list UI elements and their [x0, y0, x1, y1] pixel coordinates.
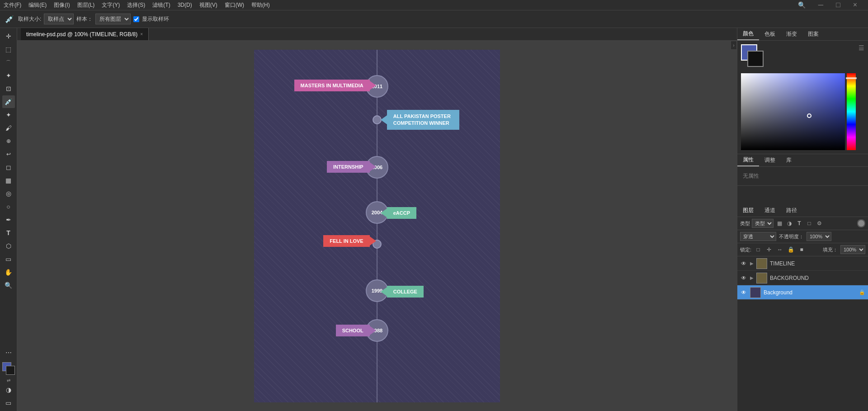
- menu-window[interactable]: 窗口(W): [225, 1, 244, 9]
- menu-image[interactable]: 图像(I): [54, 1, 70, 9]
- layer-timeline[interactable]: 👁 ▶ TIMELINE: [737, 256, 868, 271]
- lasso-tool[interactable]: ⌒: [2, 56, 15, 69]
- eyedropper-tool-icon[interactable]: 💉: [4, 13, 15, 25]
- hue-slider[interactable]: [847, 73, 856, 150]
- eyedropper-size-label: 取样大小:: [18, 15, 41, 23]
- layers-list: 👁 ▶ TIMELINE 👁 ▶ BACKGROUND 👁 Background…: [737, 256, 868, 411]
- text-tool[interactable]: T: [2, 227, 15, 239]
- quick-select-tool[interactable]: ✦: [2, 69, 15, 82]
- filter-icon-pixel[interactable]: ▦: [775, 219, 783, 227]
- healing-tool[interactable]: ✦: [2, 109, 15, 121]
- label-internship: INTERNSHIP: [327, 161, 370, 173]
- tabbar: timeline-psd.psd @ 100% (TIMELINE, RGB/8…: [17, 28, 737, 41]
- filter-toggle[interactable]: [857, 219, 865, 227]
- lock-artboard[interactable]: 🔒: [787, 246, 795, 254]
- layer-background[interactable]: 👁 Background 🔒: [737, 285, 868, 300]
- tab-adjustments[interactable]: 调整: [759, 154, 781, 166]
- filter-icon-text[interactable]: T: [795, 219, 803, 227]
- layer-expand-icon[interactable]: ▶: [750, 261, 754, 266]
- opacity-select[interactable]: 100%: [807, 232, 831, 241]
- layer-vis-icon-3[interactable]: 👁: [740, 289, 747, 296]
- crop-tool[interactable]: ⊡: [2, 82, 15, 95]
- lock-image[interactable]: ✛: [765, 246, 773, 254]
- document-tab[interactable]: timeline-psd.psd @ 100% (TIMELINE, RGB/8…: [21, 28, 149, 40]
- lock-position[interactable]: ↔: [776, 246, 784, 254]
- background-color-swatch[interactable]: [6, 366, 15, 375]
- layer-name-background: Background: [764, 289, 856, 296]
- menu-text[interactable]: 文字(Y): [102, 1, 120, 9]
- layer-background-group[interactable]: 👁 ▶ BACKGROUND: [737, 271, 868, 285]
- tab-gradient[interactable]: 渐变: [781, 28, 802, 40]
- color-options-btn[interactable]: ☰: [859, 44, 864, 52]
- layer-vis-icon-2[interactable]: 👁: [740, 274, 747, 282]
- filter-label: 类型: [740, 220, 750, 227]
- panel-collapse-btn[interactable]: ›: [731, 41, 737, 50]
- layer-vis-icon[interactable]: 👁: [740, 260, 747, 267]
- history-brush-tool[interactable]: ↩: [2, 148, 15, 161]
- document-canvas[interactable]: 2011 MASTERS IN MULTIMEDIA ALL PAKISTAN …: [254, 50, 500, 402]
- window-maximize-btn[interactable]: □: [836, 1, 840, 9]
- eyedropper-tool[interactable]: 💉: [2, 95, 15, 108]
- menu-file[interactable]: 文件(F): [4, 1, 21, 9]
- shape-tool[interactable]: ▭: [2, 253, 15, 265]
- window-minimize-btn[interactable]: ─: [818, 1, 823, 9]
- sample-select[interactable]: 所有图层: [95, 14, 131, 24]
- menu-layer[interactable]: 图层(L): [77, 1, 95, 9]
- tab-channels[interactable]: 通道: [759, 204, 781, 217]
- menu-select[interactable]: 选择(S): [127, 1, 145, 9]
- clone-tool[interactable]: ⊕: [2, 135, 15, 147]
- dodge-tool[interactable]: ○: [2, 200, 15, 213]
- color-panel-tabs: 颜色 色板 渐变 图案: [737, 28, 868, 41]
- fill-select[interactable]: 100%: [840, 245, 865, 254]
- tab-pattern[interactable]: 图案: [802, 28, 824, 40]
- background-color-big[interactable]: [747, 51, 764, 67]
- pen-tool[interactable]: ✒: [2, 213, 15, 226]
- tab-paths[interactable]: 路径: [781, 204, 802, 217]
- tab-color[interactable]: 颜色: [737, 28, 759, 40]
- timeline-line: [377, 50, 377, 402]
- extra-tools-btn[interactable]: ⋯: [2, 346, 15, 359]
- blend-mode-select[interactable]: 穿透: [740, 232, 776, 241]
- eyedropper-size-select[interactable]: 取样点: [44, 14, 74, 24]
- filter-icon-smart[interactable]: ⚙: [815, 219, 823, 227]
- screen-mode-btn[interactable]: ▭: [2, 397, 15, 409]
- tab-layers[interactable]: 图层: [737, 204, 759, 217]
- layer-expand-icon-2[interactable]: ▶: [750, 275, 754, 280]
- brush-tool[interactable]: 🖌: [2, 122, 15, 134]
- color-panel: 颜色 色板 渐变 图案 ☰: [737, 28, 868, 154]
- menu-3d[interactable]: 3D(D): [178, 2, 192, 8]
- layer-name-timeline: TIMELINE: [770, 260, 865, 267]
- menu-edit[interactable]: 编辑(E): [28, 1, 47, 9]
- lock-transparent[interactable]: □: [754, 246, 762, 254]
- blur-tool[interactable]: ◎: [2, 187, 15, 200]
- lock-row: 锁定: □ ✛ ↔ 🔒 ■ 填充： 100%: [737, 243, 868, 256]
- transform-colors-btn[interactable]: ⇄: [7, 378, 10, 383]
- path-select-tool[interactable]: ⬡: [2, 240, 15, 252]
- search-icon[interactable]: 🔍: [798, 1, 806, 9]
- color-cursor: [807, 113, 811, 118]
- show-ring-checkbox[interactable]: [133, 16, 139, 22]
- tab-library[interactable]: 库: [781, 154, 797, 166]
- eraser-tool[interactable]: ◻: [2, 161, 15, 174]
- filter-icon-adjust[interactable]: ◑: [785, 219, 793, 227]
- lock-all[interactable]: ■: [797, 246, 806, 254]
- tab-swatches[interactable]: 色板: [759, 28, 781, 40]
- tab-close-btn[interactable]: ×: [140, 32, 143, 37]
- window-close-btn[interactable]: ×: [853, 1, 857, 9]
- tab-title: timeline-psd.psd @ 100% (TIMELINE, RGB/8…: [26, 31, 137, 38]
- gradient-tool[interactable]: ▦: [2, 174, 15, 187]
- zoom-tool[interactable]: 🔍: [2, 279, 15, 292]
- menu-filter[interactable]: 滤镜(T): [152, 1, 170, 9]
- filter-type-select[interactable]: 类型: [752, 219, 774, 228]
- color-gradient-main[interactable]: [741, 73, 845, 150]
- menu-help[interactable]: 帮助(H): [251, 1, 270, 9]
- move-tool[interactable]: ✛: [2, 30, 15, 43]
- hand-tool[interactable]: ✋: [2, 266, 15, 279]
- tab-properties[interactable]: 属性: [737, 154, 759, 166]
- quick-mask-btn[interactable]: ◑: [2, 383, 15, 396]
- layer-thumb-folder-1: [756, 258, 767, 269]
- selection-tool[interactable]: ⬚: [2, 43, 15, 56]
- filter-icon-shape[interactable]: □: [805, 219, 813, 227]
- menu-view[interactable]: 视图(V): [199, 1, 217, 9]
- layers-tabs: 图层 通道 路径: [737, 204, 868, 217]
